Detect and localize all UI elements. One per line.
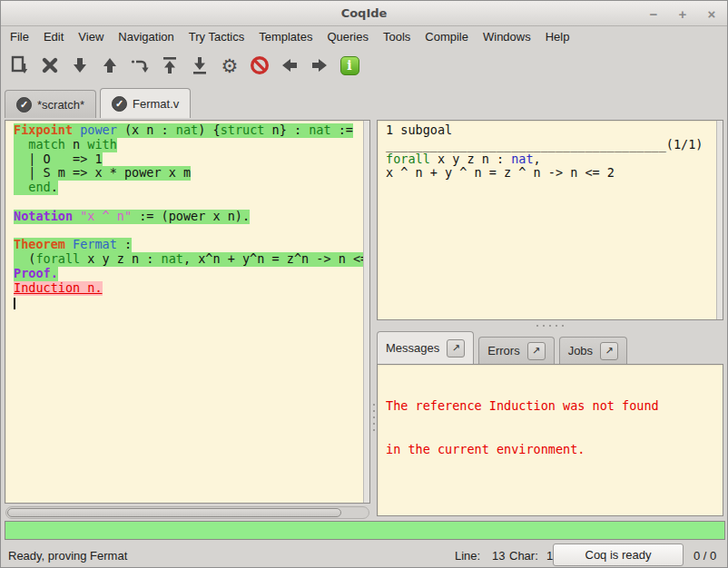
title-bar[interactable]: CoqIde − + × [1,1,727,26]
line-label: Line: [455,549,480,563]
fully-check-button[interactable]: ⚙ [216,52,243,79]
check-circle-icon [16,97,32,113]
arrow-left-icon [279,54,300,76]
grip-dot [556,325,557,327]
no-entry-icon [249,54,271,76]
about-button[interactable]: i [336,52,363,79]
menu-item-templates[interactable]: Templates [251,28,320,45]
tab-errors-label: Errors [487,344,519,357]
tab-errors[interactable]: Errors [478,337,554,364]
code-line: | S m => x * power x m [14,166,369,181]
tab-messages[interactable]: Messages [377,331,474,364]
detach-messages-button[interactable] [447,339,465,357]
grip-dot [549,325,551,327]
scrollbar-thumb[interactable] [7,508,341,517]
backward-one-command-button[interactable] [96,52,123,79]
menu-item-file[interactable]: File [3,28,36,45]
tab-messages-label: Messages [386,341,439,355]
toolbar: ⚙ i [1,48,727,83]
save-button[interactable] [6,52,34,79]
close-buffer-button[interactable] [36,52,64,79]
line-value: 13 [492,549,505,563]
progress-bar [5,521,725,540]
grip-dot [373,429,375,431]
tab-jobs-label: Jobs [568,344,593,357]
menu-item-view[interactable]: View [71,28,111,45]
menu-item-queries[interactable]: Queries [320,28,376,45]
code-line: Notation "x ^ n" := (power x n). [14,210,369,224]
code-line: Induction n. [14,281,369,296]
detach-errors-button[interactable] [527,342,546,360]
forward-one-command-button[interactable] [66,52,93,79]
coqide-window: CoqIde − + × FileEditViewNavigationTry T… [0,0,728,568]
panel-splitter-vertical[interactable] [370,120,377,519]
code-line: Fixpoint power (x n : nat) {struct n} : … [14,123,369,138]
previous-button[interactable] [276,52,303,79]
arrow-up-to-bar-icon [159,54,181,76]
goal-panel[interactable]: 1 subgoal_______________________________… [377,120,723,320]
grip-dot [562,325,564,327]
gear-icon: ⚙ [221,56,239,75]
menu-item-windows[interactable]: Windows [476,28,538,45]
grip-dot [536,325,538,327]
status-message: Ready, proving Fermat [8,549,127,563]
panel-splitter-horizontal[interactable] [377,320,723,331]
go-to-cursor-button[interactable] [126,52,153,79]
code-line: end. [14,181,369,195]
code-line [14,224,369,239]
maximize-button[interactable]: + [674,5,691,22]
menu-item-navigation[interactable]: Navigation [111,28,181,45]
code-line: ______________________________________(1… [386,138,723,152]
minimize-button[interactable]: − [645,5,662,22]
tab-jobs[interactable]: Jobs [559,337,627,364]
go-to-end-button[interactable] [186,52,213,79]
curved-arrow-down-icon [129,54,151,76]
code-lines: Fixpoint power (x n : nat) {struct n} : … [5,121,369,309]
code-line: Theorem Fermat : [14,238,369,252]
code-line [14,195,369,210]
status-bar: Ready, proving Fermat Line: 13 Char: 1 C… [1,542,727,568]
menu-item-try-tactics[interactable]: Try Tactics [182,28,251,45]
goal-vertical-scrollbar[interactable] [716,121,723,319]
message-line: in the current environment. [386,442,723,456]
queue-counter: 0 / 0 [694,549,716,563]
code-line: forall x y z n : nat, [386,152,723,167]
detach-jobs-button[interactable] [600,342,618,360]
menu-item-help[interactable]: Help [538,28,577,45]
code-line: x ^ n + y ^ n = z ^ n -> n <= 2 [386,166,723,181]
menu-item-tools[interactable]: Tools [376,28,418,45]
code-line: Proof. [14,267,369,281]
arrow-up-icon [99,54,121,76]
close-button[interactable]: × [703,5,720,22]
close-x-icon [39,54,61,76]
restart-button[interactable] [156,52,183,79]
code-line: 1 subgoal [386,123,723,138]
grip-dot [373,404,375,406]
menu-bar: FileEditViewNavigationTry TacticsTemplat… [1,26,727,46]
message-tab-bar: Messages Errors Jobs [377,331,627,364]
messages-panel[interactable]: The reference Induction was not found in… [377,364,723,516]
editor-vertical-scrollbar[interactable] [363,121,369,503]
tab-fermat[interactable]: Fermat.v [100,88,191,118]
menu-item-edit[interactable]: Edit [36,28,71,45]
grip-dot [373,416,375,418]
tab-scratch-label: *scratch* [37,98,84,112]
coq-status-button[interactable]: Coq is ready [553,544,684,566]
next-button[interactable] [306,52,333,79]
goal-lines: 1 subgoal_______________________________… [378,121,723,181]
editor-horizontal-scrollbar[interactable] [5,506,369,519]
grip-dot [373,423,375,425]
editor-tab-bar: *scratch* Fermat.v [5,88,191,118]
grip-dot [543,325,545,327]
arrow-right-icon [309,54,330,76]
code-line: | O => 1 [14,152,369,167]
menu-item-compile[interactable]: Compile [418,28,476,45]
code-line: match n with [14,138,369,152]
info-bubble-icon: i [340,56,359,75]
code-line: (forall x y z n : nat, x^n + y^n = z^n -… [14,252,369,267]
interrupt-button[interactable] [246,52,273,79]
check-circle-icon [112,96,127,112]
script-editor[interactable]: Fixpoint power (x n : nat) {struct n} : … [5,120,370,504]
window-title: CoqIde [341,6,388,20]
tab-scratch[interactable]: *scratch* [5,90,96,118]
